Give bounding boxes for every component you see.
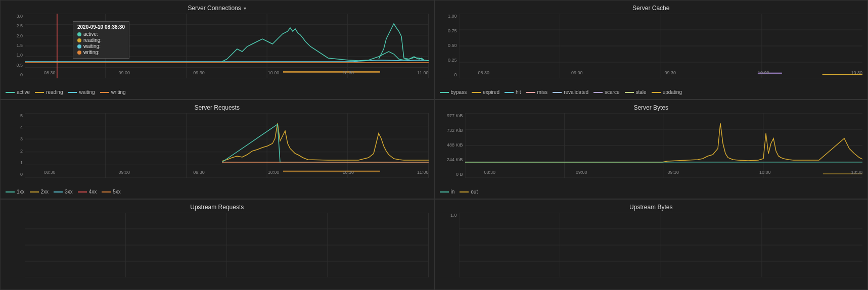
legend-5xx: 5xx [102, 189, 121, 195]
legend-2xx: 2xx [30, 189, 49, 195]
x-axis-bytes: 08:30 09:00 09:30 10:00 10:30 [484, 169, 863, 178]
upstream-bytes-svg [459, 213, 863, 277]
chart-inner-upstream-bytes [459, 213, 863, 277]
legend-expired: expired [472, 89, 499, 95]
legend-stale-label: stale [636, 89, 647, 95]
legend-out: out [460, 189, 478, 195]
chart-inner-connections: 08:30 09:00 09:30 10:00 10:30 11:00 2020… [25, 14, 429, 78]
legend-3xx-label: 3xx [65, 189, 73, 195]
legend-reading: reading [35, 89, 63, 95]
chart-inner-upstream-req [25, 213, 429, 277]
upstream-requests-title: Upstream Requests [6, 204, 429, 211]
server-connections-chart: 3.0 2.5 2.0 1.5 1.0 0.5 0 [6, 14, 429, 87]
legend-reading-label: reading [46, 89, 63, 95]
legend-1xx-line [6, 191, 15, 192]
server-cache-title: Server Cache [440, 5, 863, 12]
legend-revalidated: revalidated [553, 89, 588, 95]
legend-hit-line [505, 92, 514, 93]
y-axis-cache: 1.00 0.75 0.50 0.25 0 [440, 14, 459, 77]
upstream-requests-panel: Upstream Requests [0, 199, 434, 290]
legend-5xx-line [102, 191, 111, 192]
x-axis-requests: 08:30 09:00 09:30 10:00 10:30 11:00 [44, 169, 429, 178]
legend-miss-label: miss [537, 89, 548, 95]
requests-legend: 1xx 2xx 3xx 4xx 5xx [6, 187, 429, 196]
upstream-bytes-title: Upstream Bytes [440, 204, 863, 211]
legend-stale-line [625, 92, 634, 93]
legend-expired-label: expired [483, 89, 499, 95]
legend-active: active [6, 89, 30, 95]
legend-revalidated-line [553, 92, 562, 93]
legend-updating-line [652, 92, 661, 93]
y-axis-upstream-req [6, 213, 25, 276]
upstream-req-svg [25, 213, 429, 277]
legend-hit-label: hit [516, 89, 521, 95]
upstream-bytes-panel: Upstream Bytes 1.0 [434, 199, 869, 290]
dashboard: Server Connections ▾ 3.0 2.5 2.0 1.5 1.0… [0, 0, 868, 290]
legend-scarce-label: scarce [605, 89, 619, 95]
connections-legend: active reading waiting writing [6, 87, 429, 96]
y-axis-bytes: 977 KiB 732 KiB 488 KiB 244 KiB 0 B [440, 113, 465, 177]
server-cache-panel: Server Cache 1.00 0.75 0.50 0.25 0 [434, 0, 869, 100]
server-requests-chart: 5 4 3 2 1 0 [6, 113, 429, 187]
server-connections-title: Server Connections ▾ [6, 5, 429, 12]
chart-inner-bytes: 08:30 09:00 09:30 10:00 10:30 [465, 113, 863, 178]
legend-bypass: bypass [440, 89, 467, 95]
legend-writing-line [100, 92, 109, 93]
upstream-bytes-chart: 1.0 [440, 213, 863, 286]
legend-bypass-line [440, 92, 449, 93]
legend-4xx: 4xx [78, 189, 97, 195]
legend-4xx-line [78, 191, 87, 192]
legend-active-line [6, 92, 15, 93]
legend-4xx-label: 4xx [89, 189, 97, 195]
legend-out-line [460, 191, 469, 192]
x-axis-cache: 08:30 09:00 09:30 10:00 10:30 [478, 69, 863, 78]
legend-writing: writing [100, 89, 126, 95]
legend-updating: updating [652, 89, 682, 95]
cache-legend: bypass expired hit miss revalidated scar… [440, 87, 863, 96]
legend-scarce-line [593, 92, 603, 93]
legend-waiting: waiting [68, 89, 95, 95]
server-bytes-chart: 977 KiB 732 KiB 488 KiB 244 KiB 0 B [440, 113, 863, 187]
legend-2xx-line [30, 191, 39, 192]
y-axis-connections: 3.0 2.5 2.0 1.5 1.0 0.5 0 [6, 14, 25, 77]
y-axis-upstream-bytes: 1.0 [440, 213, 459, 276]
bytes-legend: in out [440, 187, 863, 196]
server-bytes-title: Server Bytes [440, 104, 863, 111]
grid-svg [25, 14, 429, 78]
server-requests-panel: Server Requests 5 4 3 2 1 0 [0, 100, 434, 199]
legend-hit: hit [505, 89, 521, 95]
legend-miss: miss [526, 89, 548, 95]
legend-revalidated-label: revalidated [564, 89, 588, 95]
legend-1xx-label: 1xx [17, 189, 25, 195]
legend-writing-label: writing [111, 89, 126, 95]
server-connections-panel: Server Connections ▾ 3.0 2.5 2.0 1.5 1.0… [0, 0, 434, 100]
requests-svg [25, 113, 429, 178]
chart-inner-cache: 08:30 09:00 09:30 10:00 10:30 [459, 14, 863, 78]
chart-inner-requests: 08:30 09:00 09:30 10:00 10:30 11:00 [25, 113, 429, 178]
legend-active-label: active [17, 89, 30, 95]
legend-out-label: out [471, 189, 478, 195]
legend-5xx-label: 5xx [113, 189, 121, 195]
dropdown-icon[interactable]: ▾ [244, 6, 246, 11]
legend-3xx-line [54, 191, 63, 192]
legend-waiting-label: waiting [79, 89, 95, 95]
legend-reading-line [35, 92, 44, 93]
server-bytes-panel: Server Bytes 977 KiB 732 KiB 488 KiB 244… [434, 100, 869, 199]
legend-scarce: scarce [593, 89, 619, 95]
server-cache-chart: 1.00 0.75 0.50 0.25 0 [440, 14, 863, 87]
legend-2xx-label: 2xx [41, 189, 49, 195]
legend-in-line [440, 191, 449, 192]
y-axis-requests: 5 4 3 2 1 0 [6, 113, 25, 177]
legend-waiting-line [68, 92, 77, 93]
legend-bypass-label: bypass [451, 89, 467, 95]
legend-updating-label: updating [663, 89, 682, 95]
server-requests-title: Server Requests [6, 104, 429, 111]
legend-in: in [440, 189, 455, 195]
legend-stale: stale [625, 89, 647, 95]
legend-miss-line [526, 92, 535, 93]
legend-expired-line [472, 92, 481, 93]
legend-3xx: 3xx [54, 189, 73, 195]
upstream-requests-chart [6, 213, 429, 286]
x-axis-connections: 08:30 09:00 09:30 10:00 10:30 11:00 [44, 69, 429, 78]
bytes-svg [465, 113, 863, 178]
